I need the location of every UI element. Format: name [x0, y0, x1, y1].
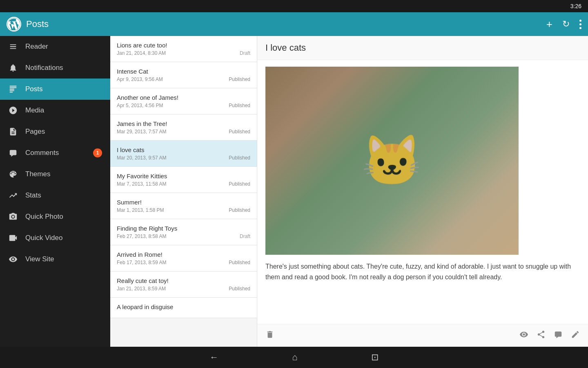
share-button[interactable]: [537, 330, 546, 341]
stats-icon: [8, 191, 18, 200]
post-item-status: Published: [229, 286, 250, 292]
post-detail-body: There's just something about cats. They'…: [257, 60, 588, 324]
recents-button[interactable]: ⊡: [371, 352, 379, 363]
post-item-title: A leopard in disguise: [117, 303, 250, 310]
post-item-meta: Mar 29, 2013, 7:57 AM Published: [117, 129, 250, 135]
sidebar-item-stats[interactable]: Stats: [0, 185, 110, 206]
post-item-meta: Feb 27, 2013, 8:58 AM Draft: [117, 233, 250, 239]
post-item-status: Published: [229, 260, 250, 265]
post-list-item[interactable]: Another one of James! Apr 5, 2013, 4:56 …: [110, 88, 257, 114]
comments-badge: 1: [93, 148, 102, 157]
post-item-title: Finding the Right Toys: [117, 225, 250, 232]
post-item-meta: Feb 17, 2013, 8:59 AM Published: [117, 260, 250, 265]
sidebar-item-themes[interactable]: Themes: [0, 164, 110, 185]
top-bar-title: Posts: [26, 19, 546, 29]
edit-button[interactable]: [571, 330, 580, 341]
post-item-meta: Mar 7, 2013, 11:58 AM Published: [117, 181, 250, 187]
comments-icon: [8, 148, 18, 158]
notifications-icon: [8, 63, 18, 73]
top-bar-actions: + ↻: [546, 18, 581, 31]
comments-label: Comments: [25, 149, 86, 157]
post-item-title: Summer!: [117, 199, 250, 206]
posts-label: Posts: [25, 85, 102, 93]
sidebar: Reader Notifications Posts Media Pages: [0, 36, 110, 347]
post-item-meta: Apr 9, 2013, 9:56 AM Published: [117, 76, 250, 82]
reader-label: Reader: [25, 43, 102, 51]
sidebar-item-reader[interactable]: Reader: [0, 36, 110, 57]
back-button[interactable]: ←: [209, 352, 218, 363]
post-item-date: Jan 21, 2013, 8:59 AM: [117, 286, 166, 292]
comment-button[interactable]: [554, 330, 563, 341]
post-list-item[interactable]: Summer! Mar 1, 2013, 1:58 PM Published: [110, 193, 257, 219]
post-item-date: Feb 17, 2013, 8:59 AM: [117, 260, 166, 265]
quick-photo-icon: [8, 212, 18, 222]
pages-label: Pages: [25, 128, 102, 136]
post-item-meta: Jan 21, 2013, 8:59 AM Published: [117, 286, 250, 292]
notifications-label: Notifications: [25, 64, 102, 72]
post-list-item[interactable]: Really cute cat toy! Jan 21, 2013, 8:59 …: [110, 272, 257, 298]
main-layout: Reader Notifications Posts Media Pages: [0, 36, 588, 347]
reader-icon: [8, 42, 18, 52]
post-list-item[interactable]: Lions are cute too! Jan 21, 2014, 8:30 A…: [110, 36, 257, 62]
footer-right-actions: [519, 330, 580, 341]
quick-video-label: Quick Video: [25, 234, 102, 242]
refresh-button[interactable]: ↻: [562, 19, 570, 29]
bottom-nav: ← ⌂ ⊡: [0, 347, 588, 368]
post-list-item[interactable]: James in the Tree! Mar 29, 2013, 7:57 AM…: [110, 114, 257, 141]
media-icon: [8, 105, 18, 115]
post-item-title: Lions are cute too!: [117, 42, 250, 49]
post-item-status: Draft: [240, 233, 250, 239]
add-button[interactable]: +: [546, 18, 552, 31]
post-list-item[interactable]: Finding the Right Toys Feb 27, 2013, 8:5…: [110, 219, 257, 245]
pages-icon: [8, 127, 18, 137]
posts-icon: [8, 84, 18, 94]
post-item-date: Mar 7, 2013, 11:58 AM: [117, 181, 166, 187]
status-bar-time: 3:26: [570, 3, 581, 9]
delete-button[interactable]: [265, 330, 274, 341]
post-item-status: Published: [229, 155, 250, 161]
post-item-status: Published: [229, 129, 250, 135]
post-item-title: Another one of James!: [117, 94, 250, 101]
post-list: Lions are cute too! Jan 21, 2014, 8:30 A…: [110, 36, 257, 347]
post-list-item[interactable]: Arrived in Rome! Feb 17, 2013, 8:59 AM P…: [110, 245, 257, 272]
post-content-text: There's just something about cats. They'…: [265, 261, 580, 282]
post-item-date: Mar 29, 2013, 7:57 AM: [117, 129, 166, 135]
post-detail-title: I love cats: [265, 43, 306, 53]
sidebar-item-pages[interactable]: Pages: [0, 121, 110, 142]
stats-label: Stats: [25, 191, 102, 200]
status-bar: 3:26: [0, 0, 588, 12]
post-list-item[interactable]: I love cats Mar 20, 2013, 9:57 AM Publis…: [110, 141, 257, 167]
sidebar-item-view-site[interactable]: View Site: [0, 249, 110, 270]
post-image: [265, 67, 519, 255]
post-item-meta: Apr 5, 2013, 4:56 PM Published: [117, 103, 250, 108]
media-label: Media: [25, 106, 102, 114]
themes-label: Themes: [25, 170, 102, 178]
post-item-status: Published: [229, 207, 250, 213]
post-item-status: Published: [229, 181, 250, 187]
sidebar-item-posts[interactable]: Posts: [0, 79, 110, 100]
post-item-title: James in the Tree!: [117, 120, 250, 127]
view-site-label: View Site: [25, 255, 102, 263]
post-item-title: I love cats: [117, 146, 250, 153]
quick-photo-label: Quick Photo: [25, 213, 102, 221]
quick-video-icon: [8, 233, 18, 243]
post-item-date: Mar 1, 2013, 1:58 PM: [117, 207, 164, 213]
sidebar-item-notifications[interactable]: Notifications: [0, 57, 110, 79]
preview-button[interactable]: [519, 330, 528, 341]
post-list-item[interactable]: Intense Cat Apr 9, 2013, 9:56 AM Publish…: [110, 62, 257, 88]
wordpress-logo: [7, 17, 21, 31]
sidebar-item-quick-video[interactable]: Quick Video: [0, 227, 110, 249]
post-list-item[interactable]: My Favorite Kitties Mar 7, 2013, 11:58 A…: [110, 167, 257, 193]
home-button[interactable]: ⌂: [292, 352, 297, 363]
footer-left-actions: [265, 330, 274, 341]
sidebar-item-quick-photo[interactable]: Quick Photo: [0, 206, 110, 227]
post-item-meta: Mar 1, 2013, 1:58 PM Published: [117, 207, 250, 213]
post-item-status: Draft: [240, 50, 250, 56]
post-detail: I love cats There's just something about…: [257, 36, 588, 347]
post-item-meta: Mar 20, 2013, 9:57 AM Published: [117, 155, 250, 161]
sidebar-item-media[interactable]: Media: [0, 100, 110, 121]
sidebar-item-comments[interactable]: Comments 1: [0, 142, 110, 164]
view-site-icon: [8, 254, 18, 264]
more-options-button[interactable]: [579, 20, 581, 29]
post-list-item[interactable]: A leopard in disguise: [110, 298, 257, 318]
